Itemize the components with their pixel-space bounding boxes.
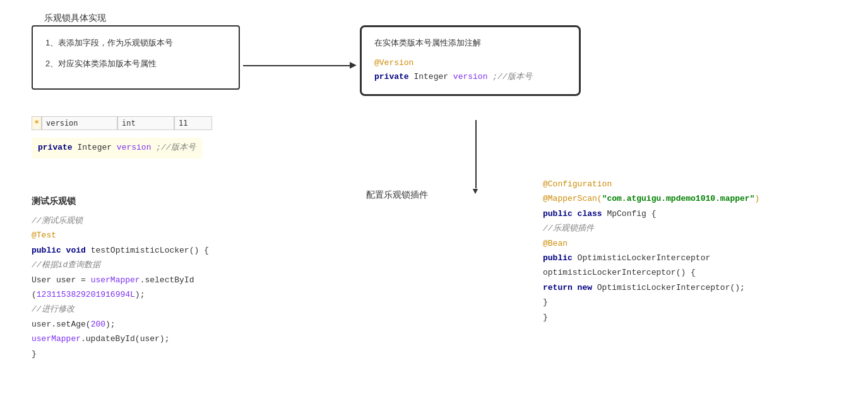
test-line3: User user = userMapper.selectById: [32, 273, 209, 287]
code-snippet: private Integer version ;//版本号: [32, 138, 202, 159]
test-line5: user.setAge(200);: [32, 317, 209, 332]
config-line1: @Configuration: [543, 177, 759, 191]
config-line7: optimisticLockerInterceptor() {: [543, 265, 759, 280]
step1: 1、表添加字段，作为乐观锁版本号: [45, 37, 226, 50]
snippet-type: Integer: [77, 143, 116, 152]
snippet-keyword: private: [38, 143, 73, 152]
config-line2: @MapperScan("com.atguigu.mpdemo1010.mapp…: [543, 191, 759, 206]
arrow-down: [470, 120, 483, 196]
steps-box: 1、表添加字段，作为乐观锁版本号 2、对应实体类添加版本号属性: [32, 25, 240, 90]
config-line9: }: [543, 295, 759, 309]
test-section-title: 测试乐观锁: [32, 196, 76, 207]
arrow-right: [243, 60, 357, 73]
main-title: 乐观锁具体实现: [44, 13, 855, 24]
annotation-box: 在实体类版本号属性添加注解 @Version private Integer v…: [360, 25, 581, 96]
config-code: @Configuration @MapperScan("com.atguigu.…: [543, 177, 759, 325]
table-cell-num: 11: [174, 116, 212, 130]
test-comment2: //根据id查询数据: [32, 258, 209, 272]
keyword-private: private: [374, 72, 409, 81]
config-line6: public OptimisticLockerInterceptor: [543, 251, 759, 265]
test-code: //测试乐观锁 @Test public void testOptimistic…: [32, 213, 209, 361]
test-annotation: @Test: [32, 228, 209, 243]
config-line5: @Bean: [543, 236, 759, 251]
table-cell-name: version: [42, 116, 117, 130]
test-comment3: //进行修改: [32, 302, 209, 316]
test-method-sig: public void testOptimisticLocker() {: [32, 243, 209, 258]
table-cell-type: int: [117, 116, 174, 130]
page-container: 乐观锁具体实现 1、表添加字段，作为乐观锁版本号 2、对应实体类添加版本号属性 …: [0, 0, 868, 408]
config-line8: return new OptimisticLockerInterceptor()…: [543, 280, 759, 295]
test-line6: userMapper.updateById(user);: [32, 332, 209, 346]
config-line4: //乐观锁插件: [543, 221, 759, 236]
table-cell-key: *: [32, 116, 42, 130]
config-label: 配置乐观锁插件: [366, 189, 428, 201]
annotation-version: @Version: [374, 56, 566, 70]
table-row: * version int 11: [32, 116, 212, 130]
snippet-comment: ;//版本号: [156, 143, 195, 152]
type-integer: Integer: [413, 72, 453, 81]
test-line7: }: [32, 347, 209, 361]
step2: 2、对应实体类添加版本号属性: [45, 57, 226, 71]
test-comment1: //测试乐观锁: [32, 213, 209, 228]
config-line10: }: [543, 310, 759, 325]
snippet-field: version: [117, 143, 152, 152]
annotation-at-version: @Version: [374, 58, 413, 68]
config-line3: public class MpConfig {: [543, 207, 759, 221]
field-comment: ;//版本号: [492, 72, 532, 81]
annotation-box-title: 在实体类版本号属性添加注解: [374, 37, 566, 49]
field-version: version: [453, 72, 488, 81]
test-line4: (1231153829201916994L);: [32, 287, 209, 302]
annotation-field-line: private Integer version ;//版本号: [374, 70, 566, 84]
